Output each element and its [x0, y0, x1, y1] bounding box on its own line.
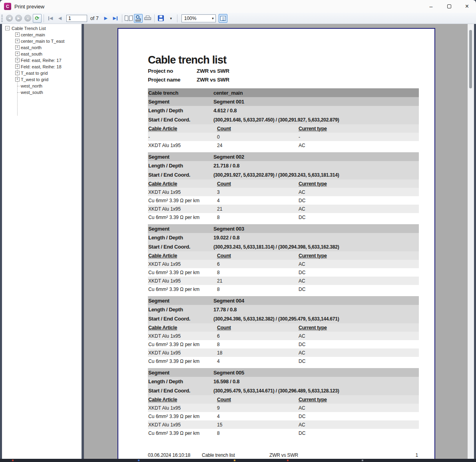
coords-row: Start / End Coord.(300,293.243, 5,633,18… — [148, 242, 419, 251]
tree-item-t-east-to-grid[interactable]: +T_east to grid — [2, 70, 82, 76]
article-current-type: DC — [299, 215, 419, 220]
tree-item-label: Cable Trench List — [12, 26, 46, 31]
first-page-button[interactable]: ◀ — [46, 14, 55, 23]
tree-item-feld-east-reihe-17[interactable]: +Feld: east, Reihe: 17 — [2, 57, 82, 64]
tree-expand-icon[interactable]: + — [15, 39, 20, 43]
article-current-type: DC — [299, 270, 419, 275]
of-label: of — [90, 16, 94, 21]
previous-page-button[interactable]: ◀ — [56, 14, 64, 23]
trench-name: center_main — [213, 90, 419, 96]
article-row: -0- — [148, 133, 419, 141]
save-button[interactable] — [157, 14, 165, 23]
segment-gap — [148, 221, 419, 224]
length-value: 19.022 / 0.8 — [213, 235, 419, 241]
tree-item-center-main[interactable]: +center_main — [2, 32, 82, 38]
article-header-row: Cable ArticleCountCurrent type — [148, 251, 419, 260]
article-count: 18 — [213, 350, 299, 356]
chevron-down-icon: ▾ — [212, 16, 214, 20]
article-count: 15 — [213, 422, 299, 428]
tree-expand-icon[interactable]: + — [15, 71, 20, 75]
taskbar-strip — [0, 459, 476, 462]
article-row: XKDT Alu 1x9524AC — [148, 141, 419, 149]
article-current-type: DC — [299, 358, 419, 364]
coords-row: Start / End Coord.(300,291.648, 5,633,20… — [148, 115, 419, 124]
vertical-scrollbar[interactable] — [468, 24, 474, 459]
article-count: 4 — [213, 358, 299, 364]
article-row: XKDT Alu 1x9518AC — [148, 348, 419, 357]
col-count-header: Count — [213, 253, 299, 259]
coords-value: (300,295.479, 5,633,144.671) / (300,296.… — [213, 388, 419, 394]
coords-label: Start / End Coord. — [148, 117, 213, 123]
back-button[interactable]: ◀ — [6, 15, 13, 22]
col-count-header: Count — [213, 325, 299, 331]
scrollbar-thumb[interactable] — [469, 30, 472, 88]
print-button[interactable] — [143, 14, 152, 23]
tree-expand-icon[interactable]: + — [15, 77, 20, 82]
col-article-header: Cable Article — [148, 181, 213, 187]
previous-page-icon: ◀ — [58, 16, 62, 20]
page-number-input[interactable] — [66, 15, 87, 22]
tree-expand-icon[interactable]: + — [15, 45, 20, 50]
forward-button[interactable]: ▶ — [15, 15, 22, 22]
segment-label: Segment — [148, 298, 213, 304]
first-page-arrow: ◀ — [50, 16, 53, 20]
segment-name: Segment 004 — [213, 298, 419, 304]
segment-name: Segment 005 — [213, 370, 419, 376]
article-name: XKDT Alu 1x95 — [148, 261, 213, 267]
article-header-row: Cable ArticleCountCurrent type — [148, 395, 419, 404]
article-count: 8 — [213, 215, 299, 220]
col-article-header: Cable Article — [148, 397, 213, 402]
refresh-button[interactable]: ⟳ — [33, 14, 42, 23]
page-count: 7 — [96, 16, 99, 21]
article-current-type: DC — [299, 287, 419, 292]
article-row: Cu 6mm² 3.39 Ω per km8DC — [148, 429, 419, 437]
last-page-icon: ▶ — [113, 16, 116, 20]
zoom-select[interactable]: 100% ▾ — [181, 14, 216, 22]
tree-item-label: east_south — [21, 52, 42, 56]
toolbar-separator — [154, 14, 155, 22]
coords-label: Start / End Coord. — [148, 244, 213, 250]
print-preview-toggle[interactable] — [134, 14, 143, 23]
tree-item-label: west_north — [21, 84, 42, 88]
tree-expand-icon[interactable]: + — [15, 58, 20, 62]
length-label: Length / Depth — [148, 235, 213, 241]
toolbar-grip[interactable] — [1, 15, 3, 22]
tree-expand-icon[interactable]: + — [15, 52, 20, 56]
forward-icon: ▶ — [17, 16, 20, 20]
footer-project: ZWR vs SWR — [269, 452, 298, 458]
parameters-toggle[interactable] — [219, 14, 227, 23]
tree-item-feld-east-reihe-18[interactable]: +Feld: east, Reihe: 18 — [2, 64, 82, 70]
maximize-button[interactable] — [440, 0, 458, 13]
minimize-button[interactable]: – — [422, 0, 440, 13]
article-count: 8 — [213, 430, 299, 436]
last-page-button[interactable]: ▶ — [111, 14, 120, 23]
toolbar-separator — [177, 14, 177, 22]
tree-item-east-south[interactable]: +east_south — [2, 51, 82, 57]
tree-item-t-west-to-grid[interactable]: +T_west to grid — [2, 76, 82, 83]
close-button[interactable]: × — [458, 0, 476, 13]
two-page-view-button[interactable] — [124, 14, 133, 23]
tree-item-east-north[interactable]: +east_north — [2, 44, 82, 51]
tree-item-west-north[interactable]: west_north — [2, 83, 82, 89]
footer-doc-title: Cable trench list — [202, 452, 235, 458]
article-name: XKDT Alu 1x95 — [148, 333, 213, 339]
trench-header-row: Cable trenchcenter_main — [148, 88, 419, 97]
next-page-button[interactable]: ▶ — [102, 14, 110, 23]
stop-button[interactable]: × — [24, 15, 31, 22]
article-current-type: AC — [299, 350, 419, 356]
col-current-header: Current type — [299, 253, 419, 259]
article-name: Cu 6mm² 3.39 Ω per km — [148, 342, 213, 347]
tree-expand-icon[interactable]: + — [15, 32, 20, 37]
length-depth-row: Length / Depth4.612 / 0.8 — [148, 106, 419, 115]
article-count: 6 — [213, 333, 299, 339]
tree-item-west-south[interactable]: west_south — [2, 89, 82, 96]
last-page-bar — [117, 16, 118, 20]
save-dropdown[interactable]: ▾ — [166, 14, 175, 23]
refresh-icon: ⟳ — [35, 16, 40, 21]
tree-expand-icon[interactable]: + — [15, 64, 20, 69]
tree-item-root[interactable]: −Cable Trench List — [2, 25, 82, 32]
tree-collapse-icon[interactable]: − — [5, 26, 10, 30]
segment-label: Segment — [148, 370, 213, 376]
report-page: Cable trench list Project no ZWR vs SWR … — [118, 28, 435, 459]
tree-item-center-main-to-t-east[interactable]: +center_main to T_east — [2, 38, 82, 44]
